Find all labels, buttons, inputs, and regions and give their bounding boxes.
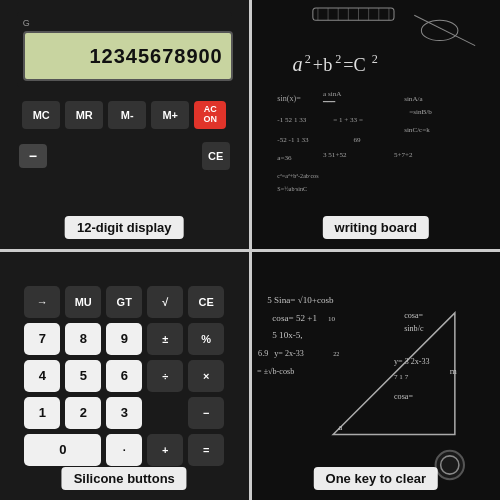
writing-board-bottom: a m 5 Sina= √10+cosb cosa= 52 +1 10 5 10… [252, 252, 501, 501]
svg-text:5   Sina= √10+cosb: 5 Sina= √10+cosb [267, 294, 334, 304]
svg-text:a sinA: a sinA [323, 90, 342, 98]
svg-text:69: 69 [353, 136, 361, 144]
cell-top-right: a 2 +b 2 =C 2 sin(x)= a sinA ━━━ -1 52 1… [252, 0, 501, 249]
cell-top-left: G 12345678900 MC MR M- M+ ACON − CE 12-d… [0, 0, 249, 249]
svg-text:sinb/c: sinb/c [404, 324, 424, 333]
svg-text:sinA/a: sinA/a [404, 95, 423, 103]
svg-text:+b: +b [312, 55, 331, 75]
svg-text:a: a [338, 421, 342, 431]
writing-board-top: a 2 +b 2 =C 2 sin(x)= a sinA ━━━ -1 52 1… [252, 0, 501, 249]
caption-silicone: Silicone buttons [62, 467, 187, 490]
math-writing-svg: a 2 +b 2 =C 2 sin(x)= a sinA ━━━ -1 52 1… [252, 0, 501, 249]
btn-ac[interactable]: ACON [194, 101, 226, 129]
btn-ce[interactable]: CE [202, 142, 230, 170]
svg-text:cosa=: cosa= [404, 310, 423, 319]
svg-text:7  1  7: 7 1 7 [394, 372, 409, 380]
btn-1[interactable]: 1 [24, 397, 60, 429]
btn-neg[interactable]: − [19, 144, 47, 168]
svg-text:5+7+2: 5+7+2 [394, 151, 413, 159]
btn-dot[interactable]: · [106, 434, 142, 466]
btn-5[interactable]: 5 [65, 360, 101, 392]
keypad-row-5: 0 · + = [24, 434, 224, 466]
caption-display: 12-digit display [65, 216, 184, 239]
btn-2[interactable]: 2 [65, 397, 101, 429]
svg-text:cosa=: cosa= [394, 392, 413, 401]
btn-mplus[interactable]: M+ [151, 101, 189, 129]
svg-text:sin(x)=: sin(x)= [277, 94, 301, 103]
svg-text:22: 22 [333, 351, 339, 357]
btn-plusminus[interactable]: ± [147, 323, 183, 355]
svg-text:-52 -1  1  33: -52 -1 1 33 [277, 136, 309, 144]
keypad-row-4: 1 2 3 − [24, 397, 224, 429]
btn-arrow[interactable]: → [24, 286, 60, 318]
btn-9[interactable]: 9 [106, 323, 142, 355]
btn-6[interactable]: 6 [106, 360, 142, 392]
btn-7[interactable]: 7 [24, 323, 60, 355]
btn-gt[interactable]: GT [106, 286, 142, 318]
btn-divide[interactable]: ÷ [147, 360, 183, 392]
calculator-display: 12345678900 [23, 31, 233, 81]
svg-text:=sinB/b: =sinB/b [409, 108, 432, 116]
math-writing-svg-2: a m 5 Sina= √10+cosb cosa= 52 +1 10 5 10… [252, 252, 501, 501]
svg-text:y= 2x-33: y= 2x-33 [274, 349, 304, 358]
svg-text:a=36: a=36 [277, 154, 292, 162]
btn-percent[interactable]: % [188, 323, 224, 355]
caption-writing-board: writing board [323, 216, 429, 239]
caption-clear: One key to clear [314, 467, 438, 490]
btn-multiply[interactable]: × [188, 360, 224, 392]
g-label: G [23, 18, 30, 28]
svg-text:= 1 + 33 =: = 1 + 33 = [333, 116, 363, 124]
cell-bottom-right: a m 5 Sina= √10+cosb cosa= 52 +1 10 5 10… [252, 252, 501, 501]
svg-text:6.9: 6.9 [258, 349, 268, 358]
btn-mr[interactable]: MR [65, 101, 103, 129]
btn-8[interactable]: 8 [65, 323, 101, 355]
svg-text:= ±√b-cosb: = ±√b-cosb [257, 366, 294, 375]
btn-minus[interactable]: − [188, 397, 224, 429]
svg-text:m: m [449, 365, 456, 375]
btn-ce2[interactable]: CE [188, 286, 224, 318]
btn-plus[interactable]: + [147, 434, 183, 466]
display-value: 12345678900 [89, 45, 222, 68]
keypad-row-3: 4 5 6 ÷ × [24, 360, 224, 392]
svg-text:a: a [292, 53, 302, 75]
btn-equals[interactable]: = [188, 434, 224, 466]
keypad-row-2: 7 8 9 ± % [24, 323, 224, 355]
btn-3[interactable]: 3 [106, 397, 142, 429]
btn-sqrt[interactable]: √ [147, 286, 183, 318]
main-grid: G 12345678900 MC MR M- M+ ACON − CE 12-d… [0, 0, 500, 500]
btn-0[interactable]: 0 [24, 434, 101, 466]
svg-point-50 [435, 450, 463, 478]
svg-text:3  51+52: 3 51+52 [323, 151, 347, 159]
svg-text:cosa= 52 +1: cosa= 52 +1 [272, 312, 317, 322]
svg-text:5   10x-5,: 5 10x-5, [272, 330, 302, 340]
btn-mc[interactable]: MC [22, 101, 60, 129]
svg-text:2: 2 [335, 52, 341, 66]
svg-text:sinC/c=k: sinC/c=k [404, 126, 430, 134]
keypad-row-1: → MU GT √ CE [24, 286, 224, 318]
btn-mminus[interactable]: M- [108, 101, 146, 129]
svg-text:c²=a²+b²-2ab·cos: c²=a²+b²-2ab·cos [277, 173, 319, 179]
btn-4[interactable]: 4 [24, 360, 60, 392]
btn-mu[interactable]: MU [65, 286, 101, 318]
svg-text:S=½ab·sinC: S=½ab·sinC [277, 186, 307, 192]
cell-bottom-left: → MU GT √ CE 7 8 9 ± % 4 5 6 ÷ × 1 2 3 − [0, 252, 249, 501]
svg-text:y= 3  2x-33: y= 3 2x-33 [394, 356, 430, 365]
svg-text:━━━: ━━━ [322, 98, 336, 106]
svg-text:-1  52  1  33: -1 52 1 33 [277, 116, 306, 124]
svg-text:=C: =C [343, 55, 365, 75]
svg-text:10: 10 [328, 314, 336, 322]
svg-text:2: 2 [371, 52, 377, 66]
svg-rect-0 [252, 0, 501, 249]
svg-text:2: 2 [304, 52, 310, 66]
